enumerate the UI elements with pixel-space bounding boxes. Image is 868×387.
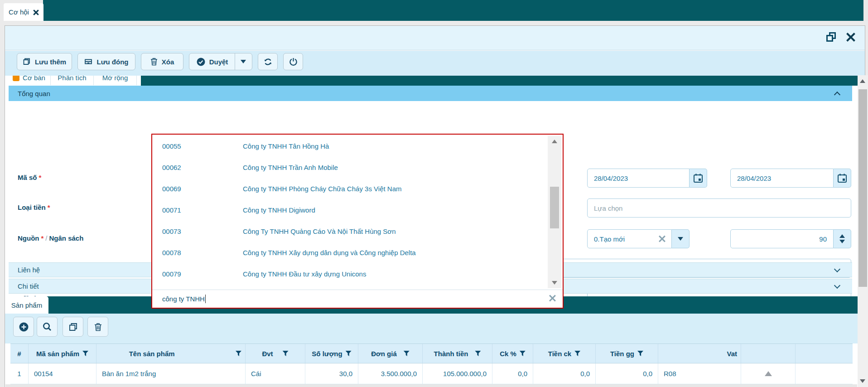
filter-icon[interactable] (346, 351, 352, 356)
option-name: Công ty TNHH Trần Anh Mobile (243, 164, 338, 171)
header-tien-ck[interactable]: Tiền ck (533, 344, 596, 363)
plus-circle-icon (19, 322, 29, 332)
dropdown-option[interactable]: 00078 Công ty TNHH Xây dựng dân dụng và … (152, 242, 563, 263)
approve-menu-toggle[interactable] (235, 60, 251, 63)
dropdown-option[interactable]: 00079 Công ty TNHH Đầu tư xây dựng Unico… (152, 263, 563, 285)
source-select[interactable]: 0.Tạo mới (587, 229, 672, 248)
dropdown-option[interactable]: 00069 Công ty TNHH Phòng Cháy Chữa Cháy … (152, 178, 563, 199)
header-vat[interactable]: Vat (658, 344, 741, 363)
cell-so-luong: 30,0 (305, 363, 358, 384)
scroll-down-icon[interactable] (860, 379, 865, 383)
tab-phan-tich[interactable]: Phân tích (51, 76, 94, 85)
header-thanh-tien[interactable]: Thành tiền (423, 344, 492, 363)
delete-row-button[interactable] (87, 317, 108, 337)
modal-header (5, 26, 865, 50)
required-asterisk: * (41, 234, 43, 242)
save-add-button[interactable]: Lưu thêm (17, 53, 72, 70)
filter-icon[interactable] (574, 351, 580, 356)
delete-button[interactable]: Xóa (141, 53, 183, 70)
power-button[interactable] (283, 53, 303, 70)
search-value: công ty TNHH (162, 295, 205, 303)
cell-thanh-tien: 105.000.000,0 (423, 363, 492, 384)
dropdown-option-list: 00055 Công ty TNHH Tân Hồng Hà 00062 Côn… (152, 135, 563, 289)
filter-icon[interactable] (637, 351, 643, 356)
trash-icon (94, 323, 102, 331)
table-row[interactable]: 1 00154 Bàn ăn 1m2 trắng Cái 30,0 3.500.… (10, 363, 853, 384)
option-code: 00078 (152, 249, 243, 256)
dropdown-option[interactable]: 00073 Công Ty TNHH Quảng Cáo Và Nội Thất… (152, 221, 563, 242)
tab-san-pham-label: Sản phẩm (11, 301, 42, 309)
option-code: 00069 (152, 185, 243, 193)
approve-button[interactable]: Duyệt (189, 53, 252, 70)
dropdown-option[interactable]: 00071 Công ty TNHH Digiword (152, 199, 563, 221)
close-window-icon[interactable] (846, 32, 855, 41)
date-to-input[interactable] (730, 169, 834, 188)
filter-icon[interactable] (82, 351, 88, 356)
clear-source-icon[interactable] (659, 236, 665, 242)
header-ma-san-pham[interactable]: Mã sản phẩm (29, 344, 96, 363)
filter-icon[interactable] (236, 351, 241, 356)
chevron-down-icon (834, 282, 840, 288)
source-dropdown-button[interactable] (672, 229, 690, 248)
form-tabs-clipped: Cơ bản Phân tích Mở rộng (5, 76, 141, 86)
date-from-input[interactable] (587, 169, 690, 188)
dropdown-scrollbar[interactable] (548, 136, 561, 288)
header-ck[interactable]: Ck % (492, 344, 533, 363)
tab-san-pham[interactable]: Sản phẩm (5, 296, 48, 314)
option-code: 00055 (152, 142, 243, 150)
scroll-thumb[interactable] (550, 187, 559, 228)
date-to-picker-button[interactable] (834, 169, 851, 188)
save-close-button[interactable]: Lưu đóng (77, 53, 135, 70)
filter-icon[interactable] (520, 351, 526, 356)
cell-don-gia: 3.500.000,0 (358, 363, 423, 384)
budget-input[interactable] (730, 229, 834, 248)
filter-icon[interactable] (404, 351, 410, 356)
top-strip-end (863, 0, 868, 21)
header-so-luong[interactable]: Số lượng (305, 344, 358, 363)
grid-scroll-up-icon[interactable] (765, 371, 772, 376)
clear-search-icon[interactable] (549, 295, 555, 301)
scroll-up-icon[interactable] (552, 140, 557, 143)
spinner-up-icon[interactable] (839, 234, 845, 238)
form-content: Tổng quan Mã số* Loại tiền* Nguồn* (5, 86, 858, 296)
header-don-gia[interactable]: Đơn giá (358, 344, 423, 363)
filter-icon[interactable] (283, 351, 289, 356)
top-tab-strip (43, 0, 863, 21)
modal-toolbar: Lưu thêm Lưu đóng Xóa Duyệt (5, 51, 865, 76)
scroll-down-icon[interactable] (552, 281, 557, 285)
save-add-label: Lưu thêm (35, 58, 66, 66)
scroll-up-icon[interactable] (860, 79, 865, 83)
currency-select[interactable] (587, 198, 851, 218)
budget-spinner[interactable] (834, 229, 851, 248)
tab-co-ban[interactable]: Cơ bản (8, 76, 51, 85)
date-from-picker-button[interactable] (690, 169, 707, 188)
filter-icon[interactable] (475, 351, 481, 356)
page: Cơ hội Lưu thêm Lưu đóng Xóa (0, 0, 868, 387)
section-overview-header[interactable]: Tổng quan (9, 86, 852, 101)
ma-so-label: Mã số* (18, 174, 41, 181)
close-tab-icon[interactable] (33, 10, 39, 15)
restore-window-icon[interactable] (826, 32, 836, 42)
dropdown-option[interactable]: 00062 Công ty TNHH Trần Anh Mobile (152, 157, 563, 178)
scroll-thumb[interactable] (858, 89, 867, 287)
row-scroll-cell (741, 363, 796, 384)
search-row-button[interactable] (37, 317, 58, 337)
header-dvt[interactable]: Đvt (246, 344, 305, 363)
calendar-icon (837, 173, 847, 183)
trash-icon (150, 58, 158, 66)
header-tien-gg[interactable]: Tiền gg (596, 344, 658, 363)
dropdown-search-input[interactable]: công ty TNHH (152, 290, 563, 308)
grid-hscrollbar-track[interactable] (5, 384, 857, 387)
header-index[interactable]: # (10, 344, 29, 363)
duplicate-row-button[interactable] (63, 317, 83, 337)
refresh-button[interactable] (258, 53, 278, 70)
doc-tab-co-hoi[interactable]: Cơ hội (4, 3, 43, 21)
cell-index: 1 (10, 363, 29, 384)
dropdown-option[interactable]: 00055 Công ty TNHH Tân Hồng Hà (152, 135, 563, 157)
tab-mo-rong[interactable]: Mở rộng (94, 76, 137, 85)
header-ten-san-pham[interactable]: Tên sản phẩm (96, 344, 246, 363)
page-scrollbar[interactable] (858, 75, 868, 387)
spinner-down-icon[interactable] (839, 240, 845, 243)
power-icon (289, 58, 298, 66)
add-row-button[interactable] (13, 317, 34, 337)
